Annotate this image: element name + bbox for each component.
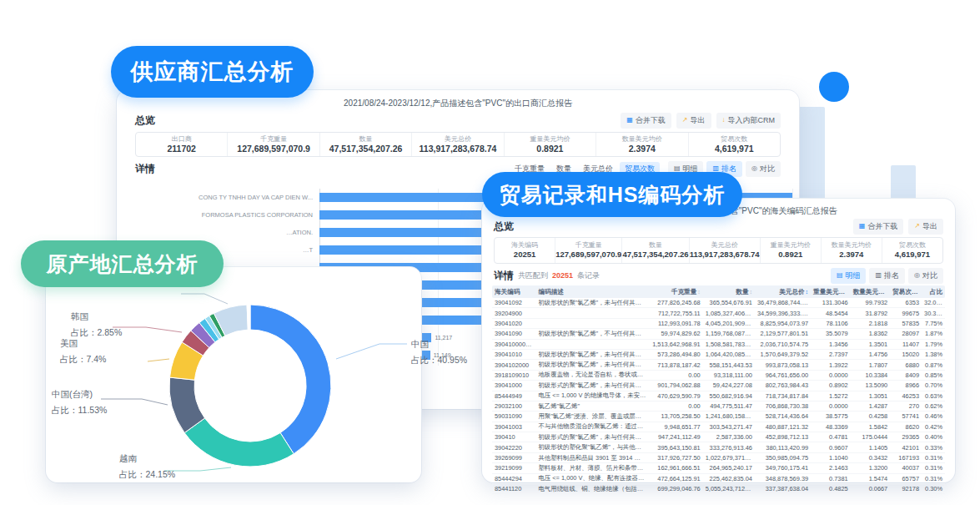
merge-download-button[interactable]: ▦合并下载 xyxy=(853,219,904,235)
table-cell: 337,387,638.04 xyxy=(755,485,811,492)
table-cell: 氯乙烯"氯乙烯" xyxy=(535,402,649,411)
table-cell: 303,543,271.47 xyxy=(703,423,755,431)
column-header-占比: 占比 xyxy=(922,288,945,296)
table-cell: 8966 xyxy=(890,381,922,389)
table-row[interactable]: 39219099塑料板材、片材、薄膜、箔片和条带、经过强化、层压、支撑或与其他…… xyxy=(492,463,945,473)
table-row[interactable]: 39041020112,993,091.784,045,201,909.968,… xyxy=(492,319,945,329)
button-label: 合并下载 xyxy=(636,115,666,126)
table-cell: 92178 xyxy=(890,485,922,492)
detail-button[interactable]: ▤明细 xyxy=(831,268,867,284)
table-cell: 2,587,336.00 xyxy=(703,433,755,441)
table-row[interactable]: 3918109010地板覆盖物，无论是否自粘，卷状或板砖形式，以及墙壁或天花板覆… xyxy=(492,371,945,381)
table-row[interactable]: 390410初级形式的聚"氯乙烯"，未与任何其他物质混合 + 未提供详细标签 +… xyxy=(492,432,945,442)
stat-label: 重量美元均价 xyxy=(530,135,570,143)
column-header-千克重量[interactable]: 千克重量↕ xyxy=(649,288,703,296)
stat-千克重量: 千克重量127,689,597,070.9 xyxy=(227,133,319,156)
table-cell: 0.00 xyxy=(649,402,703,410)
table-cell: 6880 xyxy=(890,361,922,369)
table-row[interactable]: 85444949电压 <= 1,000 V 的绝缘电导体，未安装连接器，其他绝缘… xyxy=(492,391,945,401)
table-cell: 0.9607 xyxy=(811,444,851,452)
table-cell: 1,241,680,158.21 xyxy=(703,412,755,420)
table-row[interactable]: 39042220初级形状的塑化聚"氯乙烯"，与其他物质混合：颗粒395,643,… xyxy=(492,442,945,452)
table-cell: 5,055,243,712.46 xyxy=(703,485,755,492)
stat-value: 2.3974 xyxy=(839,250,863,260)
table-cell: 3904102000 xyxy=(492,361,535,369)
table-cell: 528,714,436.64 xyxy=(755,412,811,420)
table-cell: 264,965,240.17 xyxy=(703,464,755,472)
table-cell: 85444949 xyxy=(492,392,535,400)
table-cell: 0.70% xyxy=(922,381,945,389)
button-label: 明细 xyxy=(845,270,860,281)
table-cell: 10.3384 xyxy=(851,371,891,379)
stat-label: 美元总价 xyxy=(711,241,738,249)
table-cell: 1.3051 xyxy=(851,392,891,400)
detail-section-title: 详情 xyxy=(135,162,155,176)
table-cell: 99675 xyxy=(890,310,922,317)
table-cell: 1.8362 xyxy=(851,330,891,337)
table-cell: 0.31% xyxy=(922,454,945,462)
trade-hs-code-panel: 2021/08/24-2023/12/12,产品描述包含"PVC"的海关编码汇总… xyxy=(482,199,955,482)
table-cell: 112,993,091.78 xyxy=(649,320,703,327)
table-cell: 550,682,916.94 xyxy=(703,392,755,400)
table-row[interactable]: 85444294电压 <= 1,000 V、绝缘、配有连接器的电导体，其他：电压… xyxy=(492,474,945,484)
stat-数量: 数量47,517,354,207.26 xyxy=(621,238,688,263)
table-cell: 0.0000 xyxy=(811,402,851,410)
table-row[interactable]: 39041090初级形状的聚"氯乙烯"，不与任何其他物质混合：其他聚（氯乙烯），… xyxy=(492,329,945,339)
table-cell: 初级形状的聚"氯乙烯"，未与任何其他物质混合：其他：粉末 xyxy=(535,299,649,307)
column-header-贸易次数[interactable]: 贸易次数↕ xyxy=(890,288,922,296)
table-cell: 36,479,868,744.44 xyxy=(755,299,811,306)
column-header-美元总价[interactable]: 美元总价↕ xyxy=(755,288,811,296)
export-button[interactable]: ↗导出 xyxy=(908,219,943,235)
table-cell: 395,643,150.81 xyxy=(649,444,703,452)
overview-section-title: 总览 xyxy=(494,220,514,234)
import-crm-button[interactable]: ↓导入内部CRM xyxy=(716,113,781,129)
table-cell: 573,286,494.80 xyxy=(649,351,703,358)
table-cell: 225,462,835.04 xyxy=(703,475,755,482)
table-row[interactable]: 39041003不与其他物质混合的聚氯乙烯：通过本体或悬浮聚合工艺获得的聚氯乙…… xyxy=(492,422,945,432)
table-row[interactable]: 39269099其他塑料制品和品目 3901 至 3914 所列的其他材料制品（… xyxy=(492,453,945,463)
table-cell: 712,722,755.11 xyxy=(649,310,703,317)
table-row[interactable]: 29032100氯乙烯"氯乙烯"0.00494,775,511.47706,86… xyxy=(492,401,945,412)
table-cell: 0.3432 xyxy=(851,454,891,462)
origin-summary-panel: 占比：6.78% 韩国 占比：2.85% 美国 占比：7.4% 中国(台湾) 占… xyxy=(46,267,421,482)
table-row[interactable]: 39041092初级形状的聚"氯乙烯"，未与任何其他物质混合：其他：粉末277,… xyxy=(492,298,945,308)
table-cell: 0.7381 xyxy=(811,475,851,482)
compare-button[interactable]: ◎对比 xyxy=(908,268,943,284)
table-row[interactable]: 3904100000191,513,642,968.911,508,581,78… xyxy=(492,340,945,350)
table-cell: 电气用绕组线、铜、绝缘绝缘（包括漆包或阳极氧化）电线、电缆（包… xyxy=(535,485,649,493)
donut-label: 越南 占比：24.15% xyxy=(119,451,175,482)
table-cell: 0.00 xyxy=(649,371,703,379)
table-row[interactable]: 39204900712,722,755.111,085,327,406.4234… xyxy=(492,308,945,318)
sort-icon[interactable]: ↕ xyxy=(697,289,701,295)
table-cell: 472,664,125.91 xyxy=(649,475,703,482)
table-cell: 其他塑料制品和品目 3901 至 3914 所列的其他材料制品（不包括 9619… xyxy=(535,454,649,462)
rank-button[interactable]: ▥排名 xyxy=(869,268,905,284)
table-cell: 85444294 xyxy=(492,475,535,482)
compare-button[interactable]: ◎对比 xyxy=(746,161,781,177)
table-cell: 13.5090 xyxy=(851,381,891,389)
table-cell: 1.4756 xyxy=(851,351,891,358)
table-row[interactable]: 39041010初级形状的聚"氯乙烯"，未与任何其他物质混合：乳液级 PVC 树… xyxy=(492,350,945,360)
merge-download-button[interactable]: ▦合并下载 xyxy=(621,113,671,129)
export-button[interactable]: ↗导出 xyxy=(676,113,711,129)
table-row[interactable]: 3904102000初级形状的聚"氯乙烯"，未与任何其他物质混合：悬浮级 PVC… xyxy=(492,360,945,370)
table-row[interactable]: 85441120电气用绕组线、铜、绝缘绝缘（包括漆包或阳极氧化）电线、电缆（包…… xyxy=(492,484,945,494)
sort-icon[interactable]: ↕ xyxy=(749,289,752,295)
table-cell: 964,761,656.00 xyxy=(755,371,811,379)
table-cell: 333,276,913.46 xyxy=(703,444,755,452)
sort-icon[interactable]: ↕ xyxy=(806,289,809,295)
table-cell: 277,826,245.68 xyxy=(649,299,703,306)
stat-美元总价: 美元总价113,917,283,678.74 xyxy=(689,238,760,263)
table-cell: 2.1818 xyxy=(851,320,891,327)
table-cell: 2.1463 xyxy=(811,464,851,472)
column-header-数量[interactable]: 数量↕ xyxy=(703,288,755,296)
stat-label: 千克重量 xyxy=(260,135,287,143)
stat-value: 113,917,283,678.74 xyxy=(690,250,760,260)
table-cell: 31.8792 xyxy=(851,310,891,317)
stat-label: 海关编码 xyxy=(511,241,538,249)
table-cell: 162,961,666.51 xyxy=(649,464,703,472)
compare-icon: ◎ xyxy=(751,165,757,172)
table-row[interactable]: 59031090用聚"氯乙烯"浸渍、涂层、覆盖或层压的纺织织物（不包括用聚"氯乙… xyxy=(492,412,945,422)
table-row[interactable]: 39041000初级形式的聚"氯乙烯"，未与任何其他物质混合 + 未提供详细标签… xyxy=(492,381,945,391)
supplier-overview-stats: 出口商211702千克重量127,689,597,070.9数量47,517,3… xyxy=(135,132,781,157)
